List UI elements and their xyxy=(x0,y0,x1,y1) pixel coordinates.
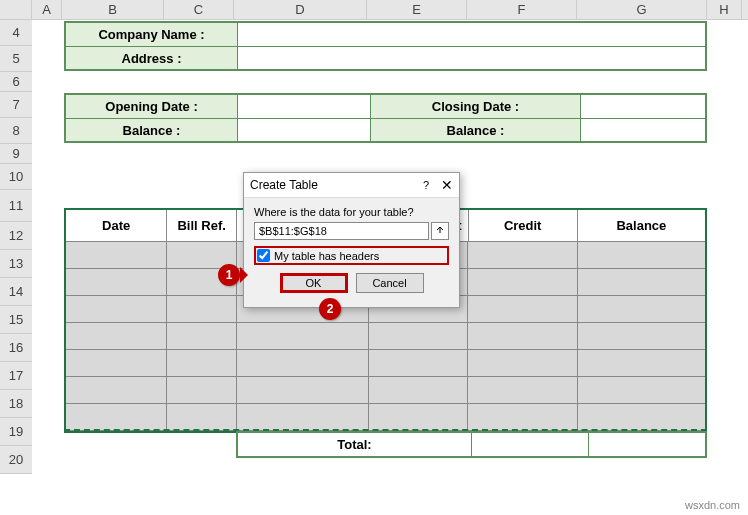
row-header-20[interactable]: 20 xyxy=(0,446,32,474)
row-header-8[interactable]: 8 xyxy=(0,118,32,144)
badge-number: 2 xyxy=(327,302,334,316)
balance-left-label: Balance : xyxy=(66,119,238,141)
th-balance[interactable]: Balance xyxy=(578,210,705,242)
row-header-17[interactable]: 17 xyxy=(0,362,32,390)
company-info-table: Company Name : Address : xyxy=(64,21,707,71)
row-header-7[interactable]: 7 xyxy=(0,92,32,118)
company-name-cell[interactable] xyxy=(238,23,705,46)
row-header-19[interactable]: 19 xyxy=(0,418,32,446)
address-label: Address : xyxy=(66,47,238,69)
table-cell[interactable] xyxy=(369,377,468,404)
col-header-B[interactable]: B xyxy=(62,0,164,19)
table-cell[interactable] xyxy=(237,350,369,377)
table-cell[interactable] xyxy=(578,269,705,296)
table-cell[interactable] xyxy=(167,296,237,323)
table-cell[interactable] xyxy=(66,404,167,431)
cancel-button[interactable]: Cancel xyxy=(356,273,424,293)
table-cell[interactable] xyxy=(167,350,237,377)
help-icon[interactable]: ? xyxy=(423,179,429,191)
range-picker-button[interactable] xyxy=(431,222,449,240)
th-credit[interactable]: Credit xyxy=(469,210,578,242)
table-cell[interactable] xyxy=(369,404,468,431)
close-icon[interactable]: ✕ xyxy=(441,177,453,193)
table-cell[interactable] xyxy=(369,323,468,350)
table-cell[interactable] xyxy=(468,323,577,350)
select-all-corner[interactable] xyxy=(0,0,32,19)
table-cell[interactable] xyxy=(167,323,237,350)
balance-right-label: Balance : xyxy=(371,119,581,141)
create-table-dialog: Create Table ? ✕ Where is the data for y… xyxy=(243,172,460,308)
table-cell[interactable] xyxy=(237,323,369,350)
dialog-titlebar[interactable]: Create Table ? ✕ xyxy=(244,173,459,198)
row-header-5[interactable]: 5 xyxy=(0,46,32,72)
table-cell[interactable] xyxy=(468,296,577,323)
table-cell[interactable] xyxy=(578,404,705,431)
balance-left-cell[interactable] xyxy=(238,119,371,141)
row-header-18[interactable]: 18 xyxy=(0,390,32,418)
table-cell[interactable] xyxy=(237,404,369,431)
closing-date-cell[interactable] xyxy=(581,95,705,118)
closing-date-label: Closing Date : xyxy=(371,95,581,118)
row-header-12[interactable]: 12 xyxy=(0,222,32,250)
table-cell[interactable] xyxy=(468,377,577,404)
table-cell[interactable] xyxy=(468,404,577,431)
ok-button[interactable]: OK xyxy=(280,273,348,293)
row-header-14[interactable]: 14 xyxy=(0,278,32,306)
table-cell[interactable] xyxy=(578,296,705,323)
table-cell[interactable] xyxy=(66,242,167,269)
total-row: Total: xyxy=(236,431,707,458)
address-cell[interactable] xyxy=(238,47,705,69)
row-header-11[interactable]: 11 xyxy=(0,190,32,222)
col-header-G[interactable]: G xyxy=(577,0,707,19)
dialog-title: Create Table xyxy=(250,178,423,192)
headers-checkbox-row[interactable]: My table has headers xyxy=(254,246,449,265)
table-cell[interactable] xyxy=(468,269,577,296)
row-header-15[interactable]: 15 xyxy=(0,306,32,334)
watermark: wsxdn.com xyxy=(685,499,740,511)
total-debit-cell[interactable] xyxy=(472,433,589,456)
th-billref[interactable]: Bill Ref. xyxy=(167,210,237,242)
table-cell[interactable] xyxy=(167,404,237,431)
th-date[interactable]: Date xyxy=(66,210,167,242)
row-header-16[interactable]: 16 xyxy=(0,334,32,362)
row-header-6[interactable]: 6 xyxy=(0,72,32,92)
table-cell[interactable] xyxy=(468,242,577,269)
table-cell[interactable] xyxy=(66,350,167,377)
table-cell[interactable] xyxy=(578,323,705,350)
dialog-question: Where is the data for your table? xyxy=(254,206,449,218)
table-cell[interactable] xyxy=(66,377,167,404)
range-input[interactable] xyxy=(254,222,429,240)
table-cell[interactable] xyxy=(369,350,468,377)
row-header-13[interactable]: 13 xyxy=(0,250,32,278)
table-cell[interactable] xyxy=(66,323,167,350)
row-header-4[interactable]: 4 xyxy=(0,20,32,46)
balance-right-cell[interactable] xyxy=(581,119,705,141)
table-cell[interactable] xyxy=(578,350,705,377)
badge-number: 1 xyxy=(226,268,233,282)
table-cell[interactable] xyxy=(578,377,705,404)
row-header-10[interactable]: 10 xyxy=(0,164,32,190)
headers-checkbox[interactable] xyxy=(257,249,270,262)
total-credit-cell[interactable] xyxy=(589,433,705,456)
col-header-C[interactable]: C xyxy=(164,0,234,19)
opening-date-cell[interactable] xyxy=(238,95,371,118)
total-label: Total: xyxy=(238,433,472,456)
table-cell[interactable] xyxy=(167,377,237,404)
table-cell[interactable] xyxy=(66,296,167,323)
headers-checkbox-label: My table has headers xyxy=(274,250,379,262)
table-cell[interactable] xyxy=(66,269,167,296)
row-header-9[interactable]: 9 xyxy=(0,144,32,164)
opening-date-label: Opening Date : xyxy=(66,95,238,118)
table-cell[interactable] xyxy=(578,242,705,269)
col-header-H[interactable]: H xyxy=(707,0,742,19)
collapse-icon xyxy=(435,226,445,236)
arrow-icon xyxy=(240,267,256,283)
table-cell[interactable] xyxy=(468,350,577,377)
company-name-label: Company Name : xyxy=(66,23,238,46)
table-cell[interactable] xyxy=(237,377,369,404)
column-headers: A B C D E F G H xyxy=(0,0,748,20)
col-header-D[interactable]: D xyxy=(234,0,367,19)
col-header-A[interactable]: A xyxy=(32,0,62,19)
col-header-F[interactable]: F xyxy=(467,0,577,19)
col-header-E[interactable]: E xyxy=(367,0,467,19)
